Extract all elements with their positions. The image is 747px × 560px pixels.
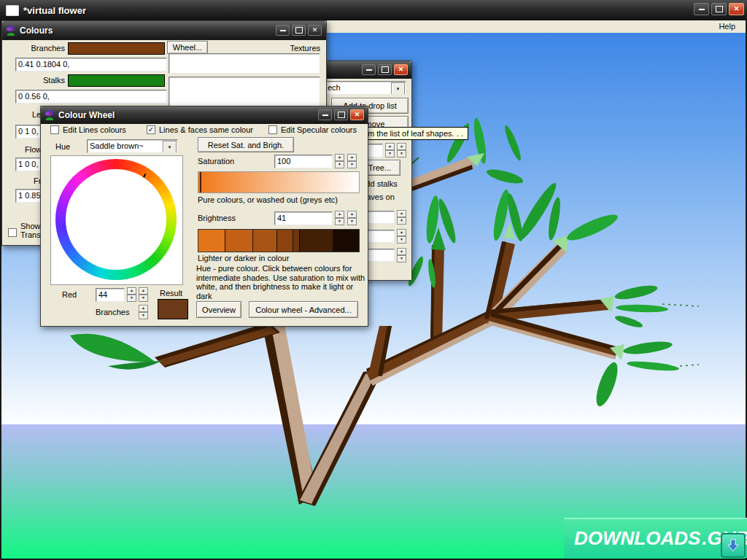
edit-lines-checkbox[interactable] bbox=[50, 125, 59, 134]
chevron-down-icon[interactable]: ▼ bbox=[391, 82, 405, 95]
branches-spin-label: Branches bbox=[96, 308, 129, 316]
brightness-spinner-a[interactable]: ▲▼ bbox=[335, 211, 344, 225]
brightness-segment[interactable] bbox=[277, 230, 293, 252]
same-colour-label: Lines & faces same colour bbox=[159, 125, 253, 134]
hue-ring[interactable] bbox=[55, 159, 177, 280]
minimize-icon bbox=[280, 30, 286, 31]
minimize-icon bbox=[366, 69, 372, 71]
specular-checkbox[interactable] bbox=[268, 125, 277, 134]
branches-swatch[interactable] bbox=[68, 42, 165, 55]
edit-lines-label: Edit Lines colours bbox=[63, 125, 126, 134]
advanced-button[interactable]: Colour wheel - Advanced... bbox=[249, 301, 358, 318]
red-spinner-b[interactable]: ▲▼ bbox=[139, 287, 148, 302]
close-icon: ✕ bbox=[355, 112, 360, 118]
colours-minimize-button[interactable] bbox=[276, 25, 290, 36]
colours-title: Colours bbox=[20, 26, 53, 36]
main-window-title: *virtual flower bbox=[23, 5, 86, 16]
branches-label: Branches bbox=[25, 44, 65, 52]
leaf-minimize-button[interactable] bbox=[362, 64, 376, 75]
close-icon: ✕ bbox=[398, 66, 404, 73]
brightness-segment[interactable] bbox=[300, 230, 333, 252]
maximize-icon bbox=[338, 112, 345, 118]
app-icon bbox=[6, 5, 19, 16]
downloads-guru-watermark: DOWNLOADS .GURU bbox=[564, 518, 747, 558]
colour-wheel-title: Colour Wheel bbox=[58, 110, 115, 120]
wheel-minimize-button[interactable] bbox=[318, 109, 332, 120]
colours-maximize-button[interactable] bbox=[292, 25, 306, 36]
leaf-spinner-4[interactable]: ▲▼ bbox=[397, 248, 406, 262]
leaf-spinner-3[interactable]: ▲▼ bbox=[397, 229, 406, 244]
red-spinner-a[interactable]: ▲▼ bbox=[127, 287, 136, 302]
saturation-bar[interactable] bbox=[198, 171, 360, 193]
big-leaf bbox=[70, 334, 156, 362]
leaf-spinner-1a[interactable]: ▲▼ bbox=[385, 143, 395, 158]
brightness-segment[interactable] bbox=[198, 230, 225, 252]
maximize-icon bbox=[295, 27, 303, 34]
hue-select[interactable]: Saddle brown~ ▼ bbox=[87, 139, 178, 153]
close-icon: ✕ bbox=[734, 6, 740, 12]
specular-label: Edit Specular colours bbox=[281, 125, 357, 134]
saturation-spinner-b[interactable]: ▲▼ bbox=[347, 154, 357, 168]
minimize-icon bbox=[699, 9, 705, 10]
close-icon: ✕ bbox=[312, 27, 318, 34]
flower-icon bbox=[5, 25, 17, 36]
brightness-segment[interactable] bbox=[253, 230, 277, 252]
wheel-maximize-button[interactable] bbox=[334, 109, 348, 120]
result-swatch bbox=[158, 299, 188, 319]
brightness-segment[interactable] bbox=[225, 230, 252, 252]
brightness-label: Brightness bbox=[198, 214, 236, 222]
tooltip: m the list of leaf shapes. . . bbox=[365, 127, 468, 140]
leaf-close-button[interactable]: ✕ bbox=[394, 64, 408, 75]
show-transparency-checkbox[interactable] bbox=[8, 228, 17, 237]
colours-close-button[interactable]: ✕ bbox=[308, 25, 322, 36]
result-label: Result bbox=[160, 289, 182, 298]
brightness-segment[interactable] bbox=[333, 230, 359, 252]
wheel-help-text: Hue - pure colour. Click between colours… bbox=[196, 264, 365, 300]
stalks-value-field[interactable]: 0 0.56 0, bbox=[15, 90, 167, 104]
colours-titlebar: Colours ✕ bbox=[2, 21, 326, 40]
wheel-button[interactable]: Wheel... bbox=[167, 41, 208, 54]
wheel-close-button[interactable]: ✕ bbox=[350, 109, 364, 120]
leaf-spinner-2[interactable]: ▲▼ bbox=[397, 210, 406, 225]
download-button[interactable] bbox=[721, 533, 746, 558]
restore-button[interactable] bbox=[711, 3, 727, 15]
brightness-bar[interactable] bbox=[198, 229, 360, 252]
saturation-label: Saturation bbox=[198, 157, 234, 166]
leaf-spinner-1b[interactable]: ▲▼ bbox=[397, 143, 406, 158]
stalks-swatch[interactable] bbox=[68, 74, 165, 87]
branches-texture-box[interactable] bbox=[169, 53, 320, 74]
hue-label: Hue bbox=[55, 142, 70, 151]
overview-button[interactable]: Overview bbox=[196, 301, 241, 318]
restore-icon bbox=[716, 6, 723, 12]
brightness-spinner-b[interactable]: ▲▼ bbox=[347, 211, 357, 225]
saturation-field[interactable]: 100 bbox=[274, 155, 333, 168]
leaf-maximize-button[interactable] bbox=[378, 64, 392, 75]
saturation-marker bbox=[200, 172, 201, 192]
saturation-spinner-a[interactable]: ▲▼ bbox=[335, 154, 344, 168]
chevron-down-icon[interactable]: ▼ bbox=[163, 141, 177, 153]
hue-pointer bbox=[120, 174, 146, 223]
stalks-label: Stalks bbox=[25, 76, 65, 85]
maximize-icon bbox=[382, 66, 389, 73]
minimize-button[interactable] bbox=[694, 3, 709, 15]
hue-wheel-canvas[interactable] bbox=[50, 155, 183, 285]
colour-wheel-dialog: Colour Wheel ✕ Edit Lines colours ✓ Line… bbox=[40, 106, 368, 327]
reset-sat-brigh-button[interactable]: Reset Sat. and Brigh. bbox=[198, 137, 294, 152]
same-colour-checkbox[interactable]: ✓ bbox=[147, 125, 155, 134]
close-button[interactable]: ✕ bbox=[729, 3, 744, 15]
menu-help[interactable]: Help bbox=[719, 22, 735, 31]
red-field[interactable]: 44 bbox=[96, 288, 125, 302]
watermark-text-left: DOWNLOADS bbox=[574, 527, 700, 550]
branches-spinner[interactable]: ▲▼ bbox=[139, 305, 148, 319]
branches-value-field[interactable]: 0.41 0.1804 0, bbox=[15, 58, 167, 71]
red-label: Red bbox=[62, 290, 77, 299]
colour-wheel-titlebar: Colour Wheel ✕ bbox=[41, 106, 368, 124]
brightness-caption: Lighter or darker in colour bbox=[198, 254, 289, 262]
textures-label: Textures bbox=[290, 44, 320, 52]
saturation-caption: Pure colours, or washed out (greys etc) bbox=[198, 195, 338, 204]
flower-icon bbox=[44, 109, 55, 121]
download-arrow-icon bbox=[726, 538, 740, 553]
brightness-field[interactable]: 41 bbox=[274, 211, 333, 225]
minimize-icon bbox=[322, 114, 328, 116]
brightness-segment[interactable] bbox=[293, 230, 300, 252]
